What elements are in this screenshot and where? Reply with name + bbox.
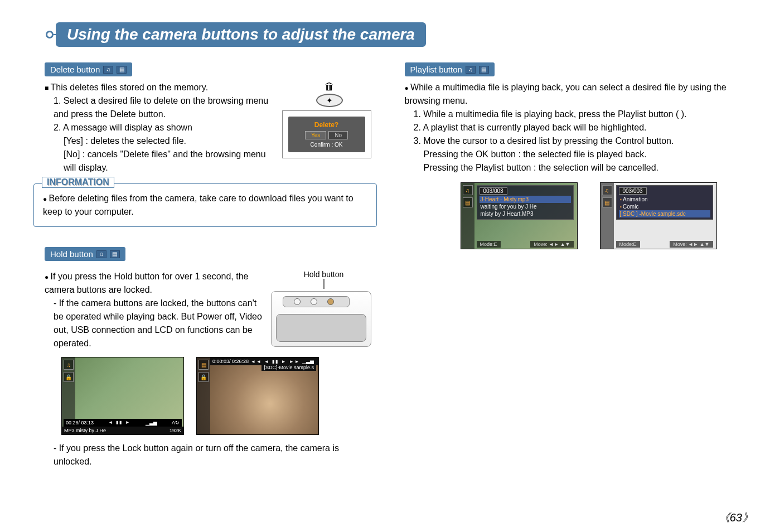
playlist-icon: ▤	[110, 250, 120, 258]
menu2-move: Move: ◄► ▲▼	[670, 241, 713, 248]
headphones-icon: ♫	[463, 185, 473, 195]
delete-confirm-dialog: Delete? Yes No Confirm : OK	[282, 110, 371, 158]
hold-intro: If you press the Hold button for over 1 …	[45, 270, 264, 297]
hold-dash2: - If you press the Lock button again or …	[54, 442, 377, 468]
camera-button-1	[294, 298, 301, 305]
trash-icon: 🗑	[325, 81, 335, 93]
delete-step1: 1. Select a desired file to delete on th…	[54, 94, 275, 121]
delete-no-option: [No] : cancels "Delete files" and the br…	[64, 148, 275, 175]
headphones-icon: ♫	[64, 360, 74, 370]
headphones-icon: ♫	[96, 250, 106, 258]
page-title: Using the camera buttons to adjust the c…	[67, 26, 415, 43]
right-column: Playlist button ♫ ▤ While a multimedia f…	[394, 58, 737, 468]
playlist-header-text: Playlist button	[410, 65, 462, 74]
page-title-bar: Using the camera buttons to adjust the c…	[56, 22, 426, 47]
playlist-step3: 3. Move the cursor to a desired list by …	[414, 134, 737, 148]
hold-dash1: - If the camera buttons are locked, the …	[54, 297, 264, 350]
dialog-yes-button[interactable]: Yes	[305, 131, 326, 139]
delete-button-header: Delete button ♫ ▤	[45, 62, 132, 76]
menu1-item3[interactable]: misty by J Heart.MP3	[480, 210, 571, 217]
delete-header-text: Delete button	[50, 65, 100, 74]
menu1-mode: Mode:E	[477, 241, 501, 248]
lcd1-time: 00:26/ 03:13	[66, 420, 94, 425]
lcd1-rate: 192K	[170, 428, 181, 433]
playlist-step2: 2. A playlist that is currently played b…	[414, 121, 737, 134]
dialog-title: Delete?	[292, 121, 362, 129]
audio-level-icon: ▁▃▅	[302, 359, 314, 364]
lcd2-time: 0:00:03/ 0:26:28	[212, 359, 249, 364]
dialog-no-button[interactable]: No	[328, 131, 348, 139]
menu2-item1[interactable]: ▪Animation	[619, 196, 710, 203]
callout-line	[323, 279, 325, 289]
delete-physical-button: ✦	[316, 94, 343, 107]
menu2-item2[interactable]: ▪Comic	[619, 203, 710, 210]
title-dot-decoration	[46, 31, 54, 38]
delete-step2: 2. A message will display as shown	[54, 121, 275, 134]
playlist-menu-movie: ♫ ▤ 003/003 ▪Animation ▪Comic [ SDC ] -M…	[600, 182, 717, 249]
headphones-icon: ♫	[602, 185, 612, 195]
hold-header-text: Hold button	[50, 249, 93, 259]
playlist-icon: ▤	[198, 360, 209, 370]
menu1-count: 003/003	[480, 187, 507, 195]
headphones-icon: ♫	[466, 66, 476, 74]
menu2-mode: Mode:E	[616, 241, 640, 248]
audio-level-icon: ▁▃▅	[146, 420, 157, 425]
playlist-menu-mp3: ♫ ▤ 003/003 J-Heart - Misty.mp3 waiting …	[461, 182, 578, 249]
playlist-intro: While a multimedia file is playing back,…	[405, 81, 737, 108]
hold-callout-label: Hold button	[271, 270, 377, 279]
delete-button-diagram: 🗑 ✦	[282, 81, 377, 107]
left-column: Delete button ♫ ▤ This deletes files sto…	[33, 58, 377, 468]
playlist-ok-line: Pressing the OK button : the selected fi…	[424, 148, 737, 161]
menu2-item3[interactable]: [ SDC ] -Movie sample.sdc	[619, 210, 710, 217]
folder-icon: ▪	[620, 204, 622, 210]
delete-intro: This deletes files stored on the memory.	[45, 81, 275, 94]
playlist-icon: ▤	[463, 197, 473, 207]
playlist-icon: ▤	[479, 66, 489, 74]
headphones-icon: ♫	[103, 66, 113, 74]
camera-top-illustration	[271, 291, 371, 347]
lcd2-title: [SDC]-Movie sample.s	[261, 364, 316, 371]
hold-button-header: Hold button ♫ ▤	[45, 247, 125, 261]
dialog-confirm-hint: Confirm : OK	[292, 142, 362, 148]
repeat-icon: A↻	[172, 420, 180, 425]
menu1-move: Move: ◄► ▲▼	[530, 241, 573, 248]
playlist-button-header: Playlist button ♫ ▤	[405, 62, 495, 76]
title-line-decoration	[54, 34, 56, 35]
information-title: INFORMATION	[42, 177, 114, 188]
menu1-item1[interactable]: J-Heart - Misty.mp3	[480, 196, 571, 203]
information-box: INFORMATION Before deleting files from t…	[33, 183, 377, 227]
lcd1-label: MP3 misty by J He	[64, 428, 106, 433]
information-body: Before deleting files from the camera, t…	[43, 192, 367, 219]
lcd2-controls: ◄◄ ◄ ▮▮ ► ►►	[251, 359, 300, 364]
camera-button-2	[311, 298, 317, 305]
playlist-step1: 1. While a multimedia file is playing ba…	[414, 108, 737, 121]
lcd-mp3-playback: ♫ 🔒 00:26/ 03:13 ◄ ▮▮ ► ▁▃▅ A↻ MP3 misty…	[61, 357, 184, 435]
folder-icon: ▪	[620, 196, 622, 202]
lcd-movie-playback: ▤ 🔒 0:00:03/ 0:26:28 ◄◄ ◄ ▮▮ ► ►► ▁▃▅ [S…	[196, 357, 319, 435]
playlist-icon: ▤	[602, 197, 612, 207]
menu1-item2[interactable]: waiting for you by J He	[480, 203, 571, 210]
lcd1-controls: ◄ ▮▮ ►	[108, 420, 130, 425]
hold-button-physical	[327, 298, 334, 305]
page-number: 《63》	[719, 510, 753, 525]
playlist-cancel-line: Pressing the Playlist button : the selec…	[424, 161, 737, 175]
lock-icon: 🔒	[198, 372, 209, 382]
menu2-count: 003/003	[619, 187, 647, 195]
playlist-icon: ▤	[117, 66, 127, 74]
lock-icon: 🔒	[64, 372, 74, 382]
delete-yes-option: [Yes] : deletes the selected file.	[64, 134, 275, 148]
